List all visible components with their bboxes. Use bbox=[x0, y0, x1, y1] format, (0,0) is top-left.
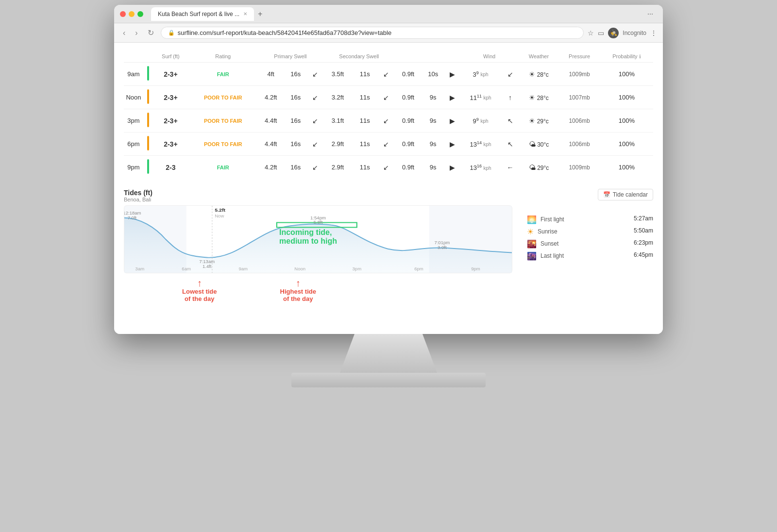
svg-text:7:13am: 7:13am bbox=[199, 259, 215, 264]
weather-cell-3: 🌤 30°c bbox=[519, 133, 559, 156]
tide-annotations: ↑ Lowest tideof the day ↑ Highest tideof… bbox=[124, 278, 512, 302]
window-controls: ⋯ bbox=[647, 11, 653, 17]
tide-chart: 3am 6am 9am Noon 3pm 6pm 9pm 12:18am 7.0… bbox=[124, 205, 512, 273]
weather-icon-0: ☀ bbox=[529, 70, 535, 78]
ss-period-cell-2: 9s bbox=[422, 109, 445, 133]
probability-cell-0: 100% bbox=[600, 63, 653, 86]
last-light-time: 6:45pm bbox=[634, 251, 653, 261]
svg-text:3.0ft: 3.0ft bbox=[438, 245, 447, 250]
probability-cell-3: 100% bbox=[600, 133, 653, 156]
indicator-cell-1 bbox=[143, 86, 153, 109]
first-light-row: 🌅 First light 5:27am bbox=[527, 215, 653, 224]
page-content: Surf (ft) Rating Primary Swell Secondary… bbox=[114, 43, 663, 334]
ps-height-cell-4: 4.2ft bbox=[257, 156, 284, 179]
quality-indicator-4 bbox=[147, 159, 149, 174]
nav-right: ☆ ▭ 🕵 Incognito ⋮ bbox=[588, 28, 657, 38]
time-cell-2: 3pm bbox=[124, 109, 143, 133]
svg-text:6pm: 6pm bbox=[414, 266, 423, 271]
ps2-dir-cell-4: ↙ bbox=[377, 156, 395, 179]
temp-2: 29°c bbox=[537, 118, 549, 125]
weather-icon-3: 🌤 bbox=[529, 140, 536, 148]
sunrise-icon: 🌅 bbox=[527, 215, 537, 224]
highest-arrow-icon: ↑ bbox=[280, 278, 316, 288]
svg-text:7:01pm: 7:01pm bbox=[434, 240, 450, 245]
surf-cell-4: 2-3 bbox=[153, 156, 188, 179]
wind-dir-cell-2: ↖ bbox=[501, 109, 519, 133]
wind-dir-cell-4: ← bbox=[501, 156, 519, 179]
highest-tide-annotation: ↑ Highest tideof the day bbox=[280, 278, 316, 302]
close-button[interactable] bbox=[120, 11, 126, 17]
tide-svg: 3am 6am 9am Noon 3pm 6pm 9pm 12:18am 7.0… bbox=[124, 206, 512, 273]
svg-text:9pm: 9pm bbox=[471, 266, 480, 271]
url-text: surfline.com/surf-report/kuta-beach/5842… bbox=[178, 29, 392, 36]
tide-calendar-button[interactable]: 📅 Tide calendar bbox=[598, 189, 653, 200]
ps2-period-cell-1: 11s bbox=[352, 86, 377, 109]
wind-speed-cell-1: 1111 kph bbox=[460, 86, 502, 109]
ps2-period-cell-3: 11s bbox=[352, 133, 377, 156]
sunrise-label: Sunrise bbox=[538, 228, 557, 235]
svg-text:12:18am: 12:18am bbox=[124, 211, 141, 216]
address-bar[interactable]: 🔒 surfline.com/surf-report/kuta-beach/58… bbox=[161, 27, 584, 39]
ps-dir-cell-2: ↙ bbox=[307, 109, 323, 133]
svg-text:Now: Now bbox=[215, 213, 224, 218]
lock-icon: 🔒 bbox=[168, 30, 175, 36]
ps-height-cell-0: 4ft bbox=[257, 63, 284, 86]
menu-icon[interactable]: ⋮ bbox=[650, 29, 657, 37]
tide-chart-wrap: 3am 6am 9am Noon 3pm 6pm 9pm 12:18am 7.0… bbox=[124, 205, 512, 302]
tides-title: Tides (ft) bbox=[124, 189, 152, 197]
ss-height-cell-4: 0.9ft bbox=[395, 156, 422, 179]
ps-period-cell-2: 16s bbox=[284, 109, 307, 133]
time-cell-1: Noon bbox=[124, 86, 143, 109]
browser-tab[interactable]: Kuta Beach Surf report & live ... ✕ bbox=[151, 7, 254, 21]
last-light-icon: 🌆 bbox=[527, 251, 537, 261]
indicator-cell-0 bbox=[143, 63, 153, 86]
ps-height-cell-2: 4.4ft bbox=[257, 109, 284, 133]
new-tab-button[interactable]: + bbox=[256, 10, 264, 18]
temp-3: 30°c bbox=[537, 141, 549, 148]
ss-period-cell-0: 10s bbox=[422, 63, 445, 86]
ps-period-cell-1: 16s bbox=[284, 86, 307, 109]
table-row: Noon 2-3+ POOR TO FAIR 4.2ft 16s ↙ 3.2ft… bbox=[124, 86, 653, 109]
last-light-row: 🌆 Last light 6:45pm bbox=[527, 251, 653, 261]
weather-header: Weather bbox=[519, 50, 559, 63]
back-button[interactable]: ‹ bbox=[120, 28, 128, 38]
rating-label-1: POOR TO FAIR bbox=[204, 95, 242, 100]
reload-button[interactable]: ↻ bbox=[145, 27, 157, 38]
surf-size-4: 2-3 bbox=[166, 164, 175, 171]
nav-bar: ‹ › ↻ 🔒 surfline.com/surf-report/kuta-be… bbox=[114, 23, 663, 43]
surf-cell-1: 2-3+ bbox=[153, 86, 188, 109]
rating-label-0: FAIR bbox=[217, 71, 229, 77]
temp-4: 29°c bbox=[537, 165, 549, 171]
tides-header: Tides (ft) Benoa, Bali 📅 Tide calendar bbox=[124, 189, 653, 202]
weather-icon-2: ☀ bbox=[529, 117, 535, 125]
sunrise-up-icon: ☀ bbox=[527, 227, 534, 236]
ss-dir-cell-3: ▶ bbox=[444, 133, 459, 156]
weather-cell-0: ☀ 28°c bbox=[519, 63, 559, 86]
bookmark-icon[interactable]: ☆ bbox=[588, 29, 594, 37]
tides-subtitle: Benoa, Bali bbox=[124, 197, 152, 202]
traffic-lights bbox=[120, 11, 143, 17]
svg-text:3pm: 3pm bbox=[352, 266, 361, 271]
ps-period-cell-3: 16s bbox=[284, 133, 307, 156]
ps2-period-cell-0: 11s bbox=[352, 63, 377, 86]
minimize-button[interactable] bbox=[129, 11, 135, 17]
highest-tide-label: Highest tideof the day bbox=[280, 288, 316, 302]
incognito-label: Incognito bbox=[623, 30, 646, 36]
sunset-label: Sunset bbox=[541, 240, 558, 247]
weather-icon-1: ☀ bbox=[529, 94, 535, 101]
rating-label-3: POOR TO FAIR bbox=[204, 141, 242, 147]
rating-header: Rating bbox=[188, 50, 257, 63]
weather-cell-4: 🌤 29°c bbox=[519, 156, 559, 179]
svg-text:3am: 3am bbox=[135, 266, 145, 271]
surf-table: Surf (ft) Rating Primary Swell Secondary… bbox=[124, 50, 653, 179]
maximize-button[interactable] bbox=[137, 11, 143, 17]
tab-close-icon[interactable]: ✕ bbox=[243, 11, 247, 17]
first-light-time: 5:27am bbox=[634, 215, 653, 224]
forward-button[interactable]: › bbox=[132, 28, 140, 38]
reading-view-icon[interactable]: ▭ bbox=[598, 29, 604, 37]
monitor-stand-neck bbox=[340, 334, 437, 373]
tides-title-block: Tides (ft) Benoa, Bali bbox=[124, 189, 152, 202]
ss-dir-cell-2: ▶ bbox=[444, 109, 459, 133]
ss-height-cell-0: 0.9ft bbox=[395, 63, 422, 86]
ss-dir-cell-0: ▶ bbox=[444, 63, 459, 86]
